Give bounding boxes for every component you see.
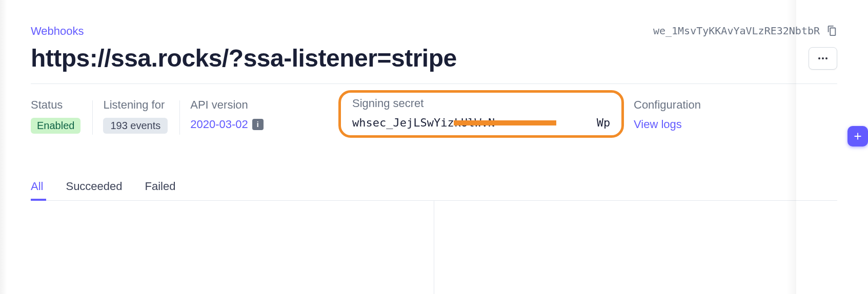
redaction-bar xyxy=(454,120,556,125)
svg-point-1 xyxy=(822,57,824,59)
events-badge[interactable]: 193 events xyxy=(103,118,168,134)
svg-point-0 xyxy=(818,57,820,59)
ellipsis-icon xyxy=(817,52,829,65)
signing-secret-value[interactable]: whsec_JejLSwYizkUlWvNXXXXXXXXXXXXXXXWp xyxy=(352,116,610,129)
tab-succeeded[interactable]: Succeeded xyxy=(66,180,122,200)
api-version-cell: API version 2020-03-02 i xyxy=(190,98,286,131)
plus-icon xyxy=(852,131,863,142)
api-version-link[interactable]: 2020-03-02 i xyxy=(190,118,264,131)
content-area xyxy=(31,201,837,294)
configuration-cell: Configuration View logs xyxy=(634,98,701,131)
info-icon[interactable]: i xyxy=(252,119,264,130)
tabs: All Succeeded Failed xyxy=(31,180,837,201)
endpoint-id: we_1MsvTyKKAvYaVLzRE32NbtbR xyxy=(653,25,820,37)
api-version-value: 2020-03-02 xyxy=(190,118,248,131)
content-right xyxy=(434,201,837,294)
tab-all[interactable]: All xyxy=(31,180,43,200)
listening-label: Listening for xyxy=(103,98,168,112)
signing-secret-label: Signing secret xyxy=(352,97,610,110)
more-button[interactable] xyxy=(809,47,837,70)
content-left xyxy=(31,201,434,294)
status-cell: Status Enabled xyxy=(31,98,103,134)
page-title: https://ssa.rocks/?ssa-listener=stripe xyxy=(31,44,457,72)
tab-failed[interactable]: Failed xyxy=(145,180,176,200)
status-badge: Enabled xyxy=(31,118,80,134)
signing-secret-post: Wp xyxy=(597,116,611,129)
signing-secret-highlight: Signing secret whsec_JejLSwYizkUlWvNXXXX… xyxy=(338,90,624,138)
configuration-label: Configuration xyxy=(634,98,701,112)
breadcrumb-webhooks[interactable]: Webhooks xyxy=(31,25,84,38)
api-version-label: API version xyxy=(190,98,264,112)
copy-icon[interactable] xyxy=(826,25,837,36)
svg-point-2 xyxy=(825,57,827,59)
info-row: Status Enabled Listening for 193 events … xyxy=(31,84,837,134)
listening-cell: Listening for 193 events xyxy=(103,98,190,134)
floating-add-button[interactable] xyxy=(847,126,868,146)
status-label: Status xyxy=(31,98,80,112)
view-logs-link[interactable]: View logs xyxy=(634,118,682,131)
